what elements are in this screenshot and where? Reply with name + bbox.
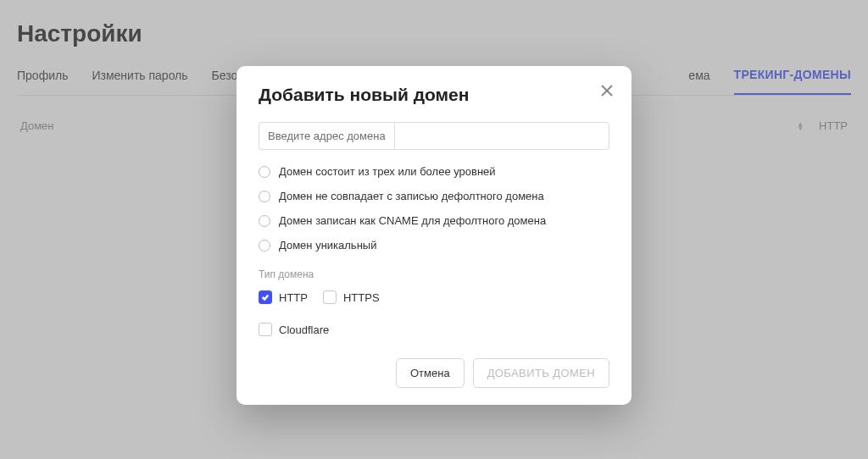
modal-title: Добавить новый домен [259, 85, 609, 105]
check-label: Домен состоит из трех или более уровней [279, 165, 496, 178]
radio-icon [259, 215, 270, 227]
domain-type-label: Тип домена [259, 268, 609, 280]
checkbox-cloudflare[interactable]: Cloudflare [259, 323, 609, 336]
checkbox-icon [259, 290, 272, 304]
checkbox-label: HTTPS [343, 291, 380, 304]
domain-input-prefix: Введите адрес домена [259, 122, 394, 150]
modal-footer: Отмена ДОБАВИТЬ ДОМЕН [259, 358, 609, 388]
checkbox-icon [259, 323, 272, 336]
check-cname[interactable]: Домен записан как CNAME для дефолтного д… [259, 214, 609, 227]
protocol-row: HTTP HTTPS [259, 290, 609, 304]
check-not-default[interactable]: Домен не совпадает с записью дефолтного … [259, 190, 609, 202]
domain-input[interactable] [394, 122, 609, 150]
check-label: Домен не совпадает с записью дефолтного … [279, 190, 544, 202]
add-domain-modal: Добавить новый домен Введите адрес домен… [236, 66, 632, 405]
radio-icon [259, 166, 270, 178]
checkbox-https[interactable]: HTTPS [323, 290, 380, 304]
close-button[interactable] [598, 81, 616, 100]
checkbox-http[interactable]: HTTP [259, 290, 308, 304]
radio-icon [259, 191, 270, 202]
check-three-levels[interactable]: Домен состоит из трех или более уровней [259, 165, 609, 178]
close-icon [601, 85, 613, 97]
domain-input-group: Введите адрес домена [259, 122, 609, 150]
checkbox-label: HTTP [279, 291, 308, 304]
check-unique[interactable]: Домен уникальный [259, 239, 609, 252]
domain-checks: Домен состоит из трех или более уровней … [259, 165, 609, 252]
check-label: Домен записан как CNAME для дефолтного д… [279, 214, 546, 227]
check-icon [261, 293, 270, 301]
radio-icon [259, 240, 270, 252]
checkbox-icon [323, 290, 337, 304]
check-label: Домен уникальный [279, 239, 376, 252]
add-domain-button[interactable]: ДОБАВИТЬ ДОМЕН [473, 358, 609, 388]
modal-overlay: Добавить новый домен Введите адрес домен… [0, 0, 868, 459]
cancel-button[interactable]: Отмена [396, 358, 465, 388]
checkbox-label: Cloudflare [279, 324, 329, 336]
